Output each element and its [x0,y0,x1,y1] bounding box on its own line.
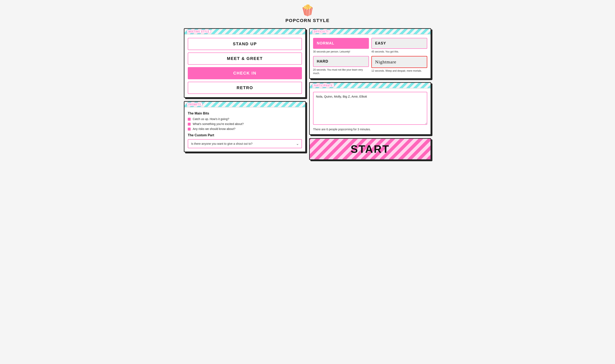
style-retro[interactable]: RETRO [188,82,302,94]
main-layout: MEETING STYLE STAND UP MEET & GREET CHEC… [184,28,431,160]
diff-desc-easy: 45 seconds. You got this. [371,50,427,53]
custom-prompt-wrapper: Is there anyone you want to give a shout… [188,139,302,148]
app-header: 🍿 POPCORN STYLE [286,4,329,23]
style-check-in[interactable]: CHECK IN [188,67,302,79]
participants-input[interactable] [313,92,427,125]
meeting-style-label: MEETING STYLE [187,30,211,33]
prompt-bullet-2 [188,123,191,126]
meeting-style-panel: MEETING STYLE STAND UP MEET & GREET CHEC… [184,28,306,98]
prompt-text-3: Any risks we should know about? [193,127,235,130]
style-stand-up[interactable]: STAND UP [188,38,302,50]
left-column: MEETING STYLE STAND UP MEET & GREET CHEC… [184,28,306,160]
diff-btn-easy[interactable]: EASY [371,38,427,49]
custom-prompt-select[interactable]: Is there anyone you want to give a shout… [188,139,302,148]
popcorn-icon: 🍿 [301,4,314,17]
prompts-body: The Main Bits Catch us up. How's it goin… [184,107,305,152]
app-title: POPCORN STYLE [286,18,329,23]
participants-info: There are 6 people popcorning for 3 minu… [313,128,427,131]
diff-cell-nightmare: Nightmare 12 seconds. Weep and despair, … [371,56,427,75]
style-meet-greet[interactable]: MEET & GREET [188,52,302,65]
diff-cell-easy: EASY 45 seconds. You got this. [371,38,427,53]
start-panel[interactable]: START [309,138,431,160]
prompt-bullet-1 [188,118,191,121]
participants-panel: PARTICIPANTS There are 6 people popcorni… [309,82,431,135]
participants-header: PARTICIPANTS [310,83,431,89]
meeting-style-body: STAND UP MEET & GREET CHECK IN RETRO [184,35,305,97]
prompt-text-2: What's something you're excited about? [193,122,244,126]
diff-desc-normal: 30 seconds per person. Leisurely! [313,50,369,53]
prompt-bullet-3 [188,128,191,130]
prompts-label: PROMPTS [187,103,202,106]
difficulty-grid: NORMAL 30 seconds per person. Leisurely!… [313,38,427,75]
right-column: DIFFICULTY NORMAL 30 seconds per person.… [309,28,431,160]
prompt-item-3: Any risks we should know about? [188,127,302,130]
diff-desc-nightmare: 12 seconds. Weep and despair, mere morta… [371,69,427,73]
difficulty-label: DIFFICULTY [312,30,330,33]
custom-part-title: The Custom Part [188,133,302,137]
prompt-item-1: Catch us up. How's it going? [188,117,302,121]
difficulty-header: DIFFICULTY [310,29,431,35]
participants-body: There are 6 people popcorning for 3 minu… [310,89,431,134]
diff-cell-normal: NORMAL 30 seconds per person. Leisurely! [313,38,369,53]
prompts-panel: PROMPTS The Main Bits Catch us up. How's… [184,101,306,152]
diff-cell-hard: HARD 20 seconds. You must not like your … [313,56,369,75]
prompts-header: PROMPTS [184,102,305,107]
diff-btn-normal[interactable]: NORMAL [313,38,369,49]
start-button[interactable]: START [351,143,390,155]
participants-label: PARTICIPANTS [312,84,334,87]
meeting-style-header: MEETING STYLE [184,29,305,35]
prompt-item-2: What's something you're excited about? [188,122,302,126]
diff-btn-nightmare[interactable]: Nightmare [371,56,427,68]
difficulty-body: NORMAL 30 seconds per person. Leisurely!… [310,35,431,78]
diff-btn-hard[interactable]: HARD [313,56,369,67]
main-bits-title: The Main Bits [188,112,302,115]
difficulty-panel: DIFFICULTY NORMAL 30 seconds per person.… [309,28,431,79]
diff-desc-hard: 20 seconds. You must not like your team … [313,68,369,75]
prompt-text-1: Catch us up. How's it going? [193,117,229,121]
